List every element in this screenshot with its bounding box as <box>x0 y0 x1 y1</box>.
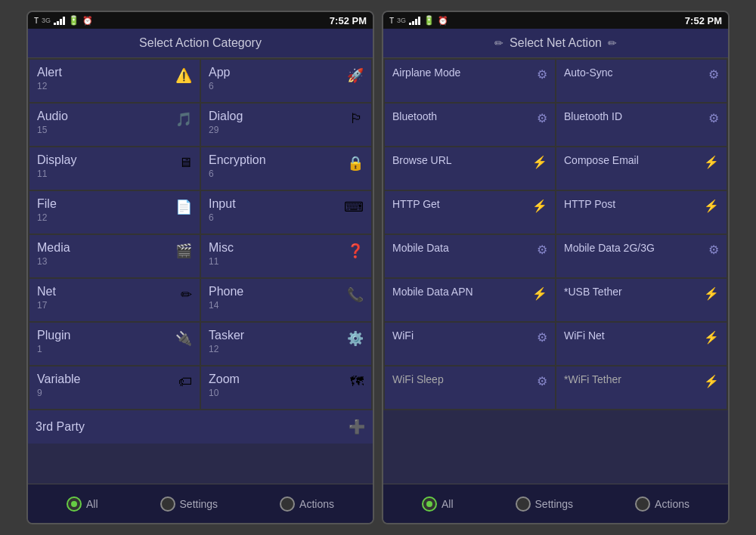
alert-icon: ⚠️ <box>175 67 192 84</box>
tab-label-actions-left: Actions <box>299 498 334 510</box>
net-bluetooth-id[interactable]: Bluetooth ID ⚙ <box>556 104 727 146</box>
variable-icon: 🏷 <box>178 374 192 390</box>
category-3rd-party[interactable]: 3rd Party ➕ <box>28 410 373 444</box>
tab-all-left[interactable]: All <box>67 496 98 512</box>
tab-radio-all-left <box>67 496 82 512</box>
tab-label-settings-right: Settings <box>535 498 574 510</box>
net-auto-sync[interactable]: Auto-Sync ⚙ <box>556 60 727 102</box>
tab-actions-right[interactable]: Actions <box>635 496 689 512</box>
signal-icon-right <box>409 16 420 25</box>
category-file[interactable]: File 12 📄 <box>29 191 200 233</box>
tab-bar-left: All Settings Actions <box>28 484 373 523</box>
auto-sync-gear-icon: ⚙ <box>708 67 719 82</box>
signal-icon-left <box>54 16 65 25</box>
pencil-left-icon: ✏ <box>494 37 503 49</box>
net-action-content: Airplane Mode ⚙ Auto-Sync ⚙ Bluetooth ⚙ … <box>383 58 728 484</box>
input-icon: ⌨ <box>344 199 364 215</box>
file-icon: 📄 <box>175 199 192 215</box>
network-type-right: 3G <box>397 17 406 24</box>
net-mobile-data-2g3g[interactable]: Mobile Data 2G/3G ⚙ <box>556 235 727 277</box>
net-http-post[interactable]: HTTP Post ⚡ <box>556 191 727 233</box>
phones-container: T 3G 🔋 ⏰ 7:52 PM Select Action Category <box>26 11 730 524</box>
wifi-gear-icon: ⚙ <box>537 330 547 345</box>
mobile-data-gear-icon: ⚙ <box>537 243 547 257</box>
action-category-content: Alert 12 ⚠️ App 6 🚀 Audio 15 <box>28 58 373 484</box>
time-right: 7:52 PM <box>685 15 722 26</box>
browse-url-lightning-icon: ⚡ <box>532 155 547 169</box>
net-action-grid: Airplane Mode ⚙ Auto-Sync ⚙ Bluetooth ⚙ … <box>383 58 728 410</box>
net-icon: ✏ <box>181 286 192 303</box>
battery-icon-right: 🔋 <box>423 15 435 26</box>
tasker-icon: ⚙️ <box>347 330 364 347</box>
http-post-lightning-icon: ⚡ <box>704 199 719 213</box>
net-http-get[interactable]: HTTP Get ⚡ <box>385 191 555 233</box>
time-left: 7:52 PM <box>330 15 367 26</box>
net-wifi[interactable]: WiFi ⚙ <box>385 323 555 365</box>
category-tasker[interactable]: Tasker 12 ⚙️ <box>201 323 371 365</box>
category-phone[interactable]: Phone 14 📞 <box>201 279 371 321</box>
misc-icon: ❓ <box>347 243 364 259</box>
net-wifi-sleep[interactable]: WiFi Sleep ⚙ <box>385 366 555 409</box>
tab-radio-all-right <box>422 496 437 512</box>
http-get-lightning-icon: ⚡ <box>532 199 547 213</box>
category-variable[interactable]: Variable 9 🏷 <box>29 366 200 409</box>
zoom-icon: 🗺 <box>350 374 364 390</box>
encryption-icon: 🔒 <box>347 155 364 172</box>
left-phone: T 3G 🔋 ⏰ 7:52 PM Select Action Category <box>26 11 374 524</box>
mobile-data-apn-lightning-icon: ⚡ <box>532 286 547 301</box>
category-misc[interactable]: Misc 11 ❓ <box>201 235 371 277</box>
title-text-right: Select Net Action <box>510 36 602 50</box>
plus-icon: ➕ <box>349 419 365 435</box>
net-usb-tether[interactable]: *USB Tether ⚡ <box>556 279 727 321</box>
wifi-net-lightning-icon: ⚡ <box>704 330 719 345</box>
tab-all-right[interactable]: All <box>422 496 454 512</box>
battery-icon-left: 🔋 <box>68 15 79 26</box>
category-net[interactable]: Net 17 ✏ <box>29 279 200 321</box>
net-airplane-mode[interactable]: Airplane Mode ⚙ <box>385 60 555 102</box>
tab-actions-left[interactable]: Actions <box>280 496 334 512</box>
net-browse-url[interactable]: Browse URL ⚡ <box>385 147 555 190</box>
carrier-text-left: T <box>34 17 39 25</box>
net-wifi-tether[interactable]: *WiFi Tether ⚡ <box>556 366 727 409</box>
category-alert[interactable]: Alert 12 ⚠️ <box>29 60 200 102</box>
net-bluetooth[interactable]: Bluetooth ⚙ <box>385 104 555 146</box>
net-mobile-data-apn[interactable]: Mobile Data APN ⚡ <box>385 279 555 321</box>
category-dialog[interactable]: Dialog 29 🏳 <box>201 104 371 146</box>
tab-label-all-right: All <box>442 498 454 510</box>
wifi-tether-lightning-icon: ⚡ <box>704 374 719 388</box>
bluetooth-id-gear-icon: ⚙ <box>708 111 719 125</box>
tab-radio-actions-left <box>280 496 295 512</box>
tab-label-actions-right: Actions <box>655 498 689 510</box>
tab-label-all-left: All <box>86 498 98 510</box>
phone-icon: 📞 <box>347 286 364 303</box>
tab-radio-settings-left <box>160 496 175 512</box>
audio-icon: 🎵 <box>175 111 192 128</box>
right-phone: T 3G 🔋 ⏰ 7:52 PM ✏ Select Net Action ✏ <box>382 11 730 524</box>
network-type-left: 3G <box>42 17 51 24</box>
category-input[interactable]: Input 6 ⌨ <box>201 191 371 233</box>
net-mobile-data[interactable]: Mobile Data ⚙ <box>385 235 555 277</box>
net-wifi-net[interactable]: WiFi Net ⚡ <box>556 323 727 365</box>
compose-email-lightning-icon: ⚡ <box>704 155 719 169</box>
category-audio[interactable]: Audio 15 🎵 <box>29 104 200 146</box>
tab-settings-right[interactable]: Settings <box>516 496 574 512</box>
category-media[interactable]: Media 13 🎬 <box>29 235 200 277</box>
tab-settings-left[interactable]: Settings <box>160 496 218 512</box>
title-bar-right: ✏ Select Net Action ✏ <box>383 29 728 58</box>
category-zoom[interactable]: Zoom 10 🗺 <box>201 366 371 409</box>
mobile-data-2g3g-gear-icon: ⚙ <box>708 243 719 257</box>
net-compose-email[interactable]: Compose Email ⚡ <box>556 147 727 190</box>
category-app[interactable]: App 6 🚀 <box>201 60 371 102</box>
status-bar-left: T 3G 🔋 ⏰ 7:52 PM <box>28 12 373 29</box>
tab-radio-settings-right <box>516 496 531 512</box>
alarm-icon-right: ⏰ <box>438 16 448 26</box>
wifi-sleep-gear-icon: ⚙ <box>537 374 547 388</box>
usb-tether-lightning-icon: ⚡ <box>704 286 719 301</box>
category-plugin[interactable]: Plugin 1 🔌 <box>29 323 200 365</box>
bluetooth-gear-icon: ⚙ <box>537 111 547 125</box>
category-display[interactable]: Display 11 🖥 <box>29 147 200 190</box>
dialog-icon: 🏳 <box>350 111 364 127</box>
category-encryption[interactable]: Encryption 6 🔒 <box>201 147 371 190</box>
app-icon: 🚀 <box>347 67 364 84</box>
tab-label-settings-left: Settings <box>180 498 218 510</box>
